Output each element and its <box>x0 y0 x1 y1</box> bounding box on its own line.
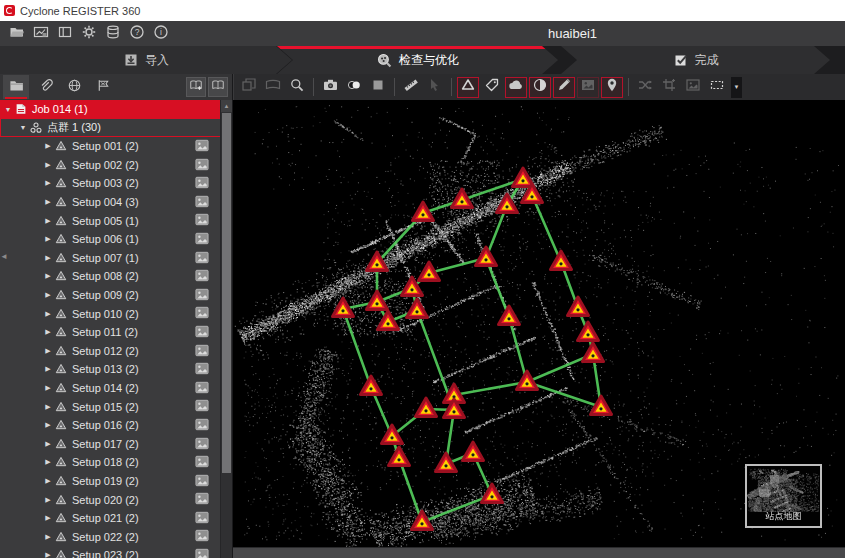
tree-item-job[interactable]: ▼ Job 014 (1) <box>0 100 221 118</box>
setup-marker-20[interactable] <box>416 398 437 417</box>
show-tags-button[interactable] <box>481 77 503 98</box>
sidebar-collapse-handle[interactable]: ◄ <box>0 252 8 261</box>
tree-item-setup-017[interactable]: ▶Setup 017 (2) <box>0 435 221 454</box>
storage-button[interactable] <box>101 23 124 44</box>
settings-button[interactable] <box>77 23 100 44</box>
panels-button[interactable] <box>53 23 76 44</box>
tree-item-setup-023[interactable]: ▶Setup 023 (2) <box>0 546 221 558</box>
expand-arrow-icon[interactable]: ▶ <box>43 198 53 206</box>
photo-icon[interactable] <box>195 269 209 282</box>
show-setups-button[interactable] <box>457 77 479 98</box>
setup-marker-9[interactable] <box>551 251 572 270</box>
tree-item-setup-008[interactable]: ▶Setup 008 (2) <box>0 267 221 286</box>
show-geotags-button[interactable] <box>601 77 623 98</box>
point-cloud-viewport[interactable]: 站点地图 <box>233 100 845 547</box>
expand-arrow-icon[interactable]: ▼ <box>3 106 13 113</box>
photo-icon[interactable] <box>195 381 209 394</box>
expand-arrow-icon[interactable]: ▶ <box>43 496 53 504</box>
photo-icon[interactable] <box>195 437 209 450</box>
tree-item-setup-016[interactable]: ▶Setup 016 (2) <box>0 416 221 435</box>
setup-marker-26[interactable] <box>389 447 410 466</box>
contrast-mode-button[interactable] <box>529 77 551 98</box>
setup-marker-18[interactable] <box>583 343 604 362</box>
tree-item-setup-021[interactable]: ▶Setup 021 (2) <box>0 509 221 528</box>
tree-item-setup-013[interactable]: ▶Setup 013 (2) <box>0 360 221 379</box>
tree-item-setup-012[interactable]: ▶Setup 012 (2) <box>0 342 221 361</box>
expand-arrow-icon[interactable]: ▶ <box>43 403 53 411</box>
help-button[interactable]: ? <box>125 23 148 44</box>
adjust-image-button[interactable] <box>682 77 704 98</box>
sidebar-tab-project-explorer[interactable] <box>3 75 29 99</box>
sidebar-tab-attachments[interactable] <box>32 75 58 99</box>
tab-finalize[interactable]: 完成 <box>561 46 830 74</box>
sidebar-open-report-button[interactable] <box>208 77 228 97</box>
photo-icon[interactable] <box>195 418 209 431</box>
expand-arrow-icon[interactable]: ▶ <box>43 551 53 558</box>
scrollbar-thumb[interactable] <box>222 113 231 473</box>
show-point-cloud-button[interactable] <box>505 77 527 98</box>
tree-item-setup-002[interactable]: ▶Setup 002 (2) <box>0 156 221 175</box>
tree-item-cluster[interactable]: ▼ 点群 1 (30) <box>0 118 221 137</box>
about-button[interactable]: i <box>149 23 172 44</box>
show-links-button[interactable] <box>634 77 656 98</box>
photo-icon[interactable] <box>195 139 209 152</box>
setup-marker-3[interactable] <box>513 168 534 187</box>
photo-icon[interactable] <box>195 195 209 208</box>
sidebar-add-report-button[interactable] <box>186 77 206 97</box>
tree-item-setup-003[interactable]: ▶Setup 003 (2) <box>0 174 221 193</box>
photo-icon[interactable] <box>195 529 209 542</box>
tab-import[interactable]: 导入 <box>0 46 292 74</box>
tree-item-setup-005[interactable]: ▶Setup 005 (1) <box>0 211 221 230</box>
photo-icon[interactable] <box>195 548 209 558</box>
setup-marker-29[interactable] <box>482 484 503 503</box>
photo-icon[interactable] <box>195 251 209 264</box>
draw-annotation-button[interactable] <box>553 77 575 98</box>
export-image-button[interactable] <box>29 23 52 44</box>
open-project-button[interactable] <box>5 23 28 44</box>
expand-arrow-icon[interactable]: ▶ <box>43 421 53 429</box>
tree-item-setup-020[interactable]: ▶Setup 020 (2) <box>0 490 221 509</box>
sidebar-tab-web[interactable] <box>61 75 87 99</box>
scroll-up-icon[interactable]: ▲ <box>221 100 232 112</box>
tree-item-setup-006[interactable]: ▶Setup 006 (1) <box>0 230 221 249</box>
photo-icon[interactable] <box>195 176 209 189</box>
tree-item-setup-019[interactable]: ▶Setup 019 (2) <box>0 472 221 491</box>
tree-item-setup-011[interactable]: ▶Setup 011 (2) <box>0 323 221 342</box>
zoom-fit-button[interactable] <box>286 77 308 98</box>
tree-item-setup-001[interactable]: ▶Setup 001 (2) <box>0 137 221 156</box>
expand-arrow-icon[interactable]: ▶ <box>43 179 53 187</box>
photo-icon[interactable] <box>195 399 209 412</box>
expand-arrow-icon[interactable]: ▶ <box>43 235 53 243</box>
snapshot-button[interactable] <box>319 77 341 98</box>
photo-icon[interactable] <box>195 492 209 505</box>
duplicate-view-button[interactable] <box>238 77 260 98</box>
expand-arrow-icon[interactable]: ▶ <box>43 533 53 541</box>
expand-arrow-icon[interactable]: ▶ <box>43 384 53 392</box>
expand-arrow-icon[interactable]: ▶ <box>43 217 53 225</box>
solid-color-button[interactable] <box>367 77 389 98</box>
tree-item-setup-007[interactable]: ▶Setup 007 (1) <box>0 249 221 268</box>
expand-arrow-icon[interactable]: ▼ <box>18 124 28 131</box>
expand-arrow-icon[interactable]: ▶ <box>43 328 53 336</box>
photo-icon[interactable] <box>195 288 209 301</box>
setup-marker-28[interactable] <box>463 442 484 461</box>
sidebar-tab-sites[interactable] <box>90 75 116 99</box>
photo-icon[interactable] <box>195 306 209 319</box>
photo-icon[interactable] <box>195 474 209 487</box>
tree-item-setup-022[interactable]: ▶Setup 022 (2) <box>0 527 221 546</box>
expand-arrow-icon[interactable]: ▶ <box>43 458 53 466</box>
setup-marker-17[interactable] <box>578 322 599 341</box>
expand-arrow-icon[interactable]: ▶ <box>43 272 53 280</box>
expand-arrow-icon[interactable]: ▶ <box>43 310 53 318</box>
expand-arrow-icon[interactable]: ▶ <box>43 291 53 299</box>
setup-marker-16[interactable] <box>568 297 589 316</box>
photo-icon[interactable] <box>195 232 209 245</box>
photo-icon[interactable] <box>195 362 209 375</box>
expand-arrow-icon[interactable]: ▶ <box>43 254 53 262</box>
tree-item-setup-009[interactable]: ▶Setup 009 (2) <box>0 286 221 305</box>
measure-button[interactable] <box>400 77 422 98</box>
tree-item-setup-018[interactable]: ▶Setup 018 (2) <box>0 453 221 472</box>
setup-marker-19[interactable] <box>361 376 382 395</box>
photo-icon[interactable] <box>195 213 209 226</box>
setup-marker-8[interactable] <box>476 247 497 266</box>
